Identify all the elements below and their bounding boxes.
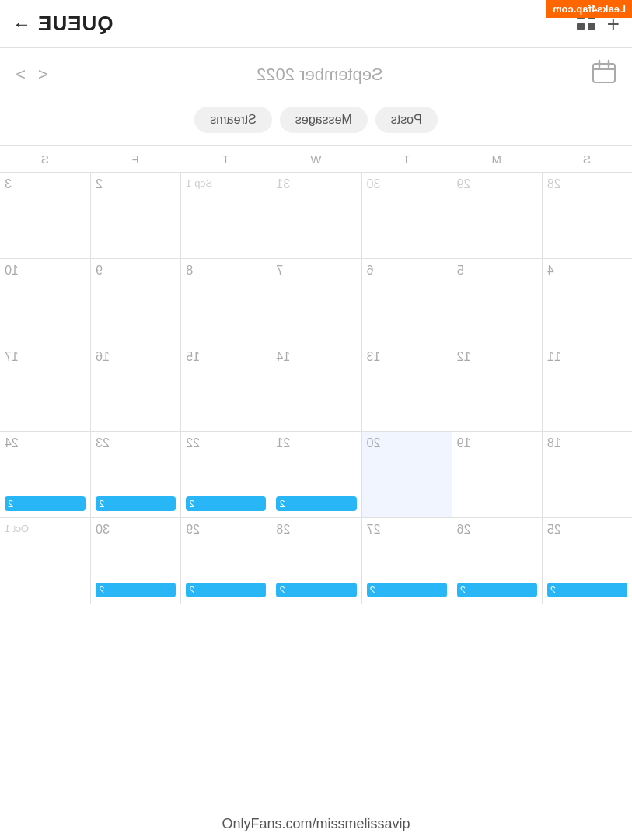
calendar-cell[interactable]: 28: [542, 173, 632, 258]
app-header: + QUEUE →: [0, 0, 632, 48]
event-badge: 2: [186, 496, 266, 511]
event-badge: 2: [96, 583, 176, 597]
bottom-watermark: OnlyFans.com/missmelissavip: [0, 816, 632, 832]
event-badge: 2: [367, 583, 447, 597]
header-right: QUEUE →: [12, 12, 113, 36]
week-row-2: 4 5 6 7 8 9 10: [0, 259, 632, 345]
svg-rect-2: [588, 23, 595, 30]
calendar-cell[interactable]: 7: [271, 259, 361, 345]
calendar-cell[interactable]: 15: [180, 345, 271, 431]
week-row-1: 28 29 30 31 Sep 1 2 3: [0, 173, 632, 259]
week-row-3: 11 12 13 14 15 16 17: [0, 345, 632, 432]
calendar-cell[interactable]: 29 2: [180, 518, 271, 604]
calendar-cell[interactable]: 10: [0, 259, 90, 345]
calendar-cell[interactable]: 29: [452, 173, 542, 258]
calendar-cell[interactable]: 11: [542, 345, 632, 431]
queue-arrow-icon[interactable]: →: [12, 13, 31, 35]
calendar-cell[interactable]: 27 2: [361, 518, 452, 604]
svg-rect-3: [577, 23, 585, 30]
calendar-cell-today[interactable]: 20: [361, 432, 452, 517]
calendar-cell[interactable]: 13: [361, 345, 452, 431]
calendar-cell[interactable]: 12: [452, 345, 542, 431]
day-header-t1: T: [361, 146, 452, 172]
calendar-cell[interactable]: Sep 1: [180, 173, 271, 258]
calendar-cell[interactable]: 26 2: [452, 518, 542, 604]
day-headers-row: S M T W T F S: [0, 146, 632, 173]
tab-messages[interactable]: Messages: [280, 107, 368, 133]
filter-tabs-container: Posts Messages Streams: [0, 100, 632, 145]
prev-month-button[interactable]: <: [38, 65, 48, 85]
event-badge: 2: [96, 496, 176, 511]
calendar-cell[interactable]: 21 2: [271, 432, 361, 517]
calendar-cell[interactable]: 28 2: [271, 518, 361, 604]
next-month-button[interactable]: >: [16, 65, 26, 85]
calendar-cell[interactable]: 30: [361, 173, 452, 258]
queue-title: QUEUE: [37, 12, 113, 36]
calendar-cell[interactable]: 2: [90, 173, 180, 258]
calendar-cell[interactable]: 30 2: [90, 518, 180, 604]
calendar-nav: < >: [16, 65, 48, 85]
tab-streams[interactable]: Streams: [194, 107, 272, 133]
calendar-header: September 2022 < >: [0, 48, 632, 100]
calendar-cell[interactable]: 23 2: [90, 432, 180, 517]
event-badge: 2: [547, 583, 627, 597]
week-row-4: 18 19 20 21 2 22 2 23 2 24 2: [0, 432, 632, 518]
calendar-cell[interactable]: 18: [542, 432, 632, 517]
day-header-w: W: [271, 146, 361, 172]
calendar-cell[interactable]: 14: [271, 345, 361, 431]
calendar-cell[interactable]: 17: [0, 345, 90, 431]
calendar-cell[interactable]: 16: [90, 345, 180, 431]
calendar-cell[interactable]: 4: [542, 259, 632, 345]
calendar-cell[interactable]: 5: [452, 259, 542, 345]
event-badge: 2: [457, 583, 537, 597]
event-badge: 2: [186, 583, 266, 597]
calendar-cell[interactable]: 31: [271, 173, 361, 258]
event-badge: 2: [5, 496, 86, 511]
svg-rect-4: [593, 64, 615, 82]
calendar-cell[interactable]: Oct 1: [0, 518, 90, 604]
calendar-cell[interactable]: 24 2: [0, 432, 90, 517]
calendar-grid-container: S M T W T F S 28 29 30 31 Sep 1 2 3 4 5 …: [0, 145, 632, 604]
calendar-cell[interactable]: 9: [90, 259, 180, 345]
calendar-cell[interactable]: 22 2: [180, 432, 271, 517]
calendar-cell[interactable]: 25 2: [542, 518, 632, 604]
day-header-s2: S: [0, 146, 90, 172]
calendar-cell[interactable]: 19: [452, 432, 542, 517]
day-header-m: M: [452, 146, 542, 172]
day-header-t2: T: [180, 146, 271, 172]
calendar-cell[interactable]: 6: [361, 259, 452, 345]
day-header-f: F: [90, 146, 180, 172]
week-row-5: 25 2 26 2 27 2 28 2 29 2 30 2 Oct 1: [0, 518, 632, 604]
day-header-s1: S: [542, 146, 632, 172]
event-badge: 2: [276, 496, 356, 511]
calendar-cell[interactable]: 3: [0, 173, 90, 258]
tab-posts[interactable]: Posts: [375, 107, 438, 133]
calendar-cell[interactable]: 8: [180, 259, 271, 345]
calendar-month-label: September 2022: [257, 65, 383, 85]
event-badge: 2: [276, 583, 356, 597]
calendar-icon: [592, 59, 616, 89]
watermark-badge: Leaks4fap.com: [546, 0, 632, 18]
